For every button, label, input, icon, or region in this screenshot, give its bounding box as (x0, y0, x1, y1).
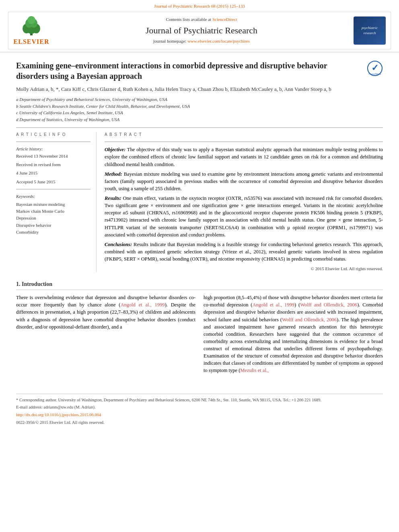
history-label: Article history: (16, 146, 90, 152)
affiliation-d: d Department of Statistics, University o… (16, 117, 119, 122)
homepage-link[interactable]: www.elsevier.com/locate/psychires (187, 39, 250, 43)
abstract-section: A B S T R A C T Objective: The objective… (105, 132, 383, 272)
footnote-email: E-mail address: adrianm@uw.edu (M. Adria… (16, 405, 383, 411)
article-info-abstract: A R T I C L E I N F O Article history: R… (16, 132, 383, 272)
ref-wolff-2006[interactable]: Wolff and Ollendick, 2006 (300, 302, 357, 308)
abstract-results: Results: One main effect, variants in th… (105, 195, 383, 238)
article-info-label: A R T I C L E I N F O (16, 132, 90, 138)
intro-right-col: high proportion (8,5–45,4%) of those wit… (204, 294, 383, 377)
article-history: Article history: Received 13 November 20… (16, 146, 90, 185)
keywords-label: Keywords: (16, 193, 90, 199)
sciencedirect-link[interactable]: ScienceDirect (212, 17, 237, 22)
keywords-section: Keywords: Bayesian mixture modeling Mark… (16, 193, 90, 235)
svg-text:✓: ✓ (371, 63, 378, 73)
doi-line: http://dx.doi.org/10.1016/j.jpsychires.2… (16, 412, 383, 418)
footnote-corresponding: * Corresponding author. University of Wa… (16, 397, 383, 403)
divider-keywords (16, 189, 90, 189)
article-title: Examining gene–environment interactions … (16, 60, 359, 81)
keyword-4: Disruptive behavior (16, 222, 90, 228)
article-content: Examining gene–environment interactions … (0, 52, 399, 386)
article-footer: * Corresponding author. University of Wa… (16, 394, 383, 426)
keyword-1: Bayesian mixture modeling (16, 201, 90, 207)
psych-research-logo: psychiatric research (354, 16, 386, 45)
intro-para-1: There is overwhelming evidence that depr… (16, 294, 195, 331)
sciencedirect-line: Contents lists available at ScienceDirec… (49, 16, 354, 23)
journal-title-header: Journal of Psychiatric Research (49, 25, 354, 37)
affiliation-c: c University of California Los Angeles, … (16, 110, 123, 115)
keyword-5: Comorbidity (16, 229, 90, 235)
doi-link[interactable]: http://dx.doi.org/10.1016/j.jpsychires.2… (16, 413, 101, 417)
ref-wolff-ollendick[interactable]: Wolff and Ollendick, 2006 (282, 317, 337, 322)
ref-angold-1999-2[interactable]: Angold et al., 1999 (253, 302, 295, 308)
revised-date: 4 June 2015 (16, 170, 90, 176)
affiliation-b: b Seattle Children's Research Institute,… (16, 104, 190, 109)
svg-text:CrossMark: CrossMark (368, 72, 381, 76)
authors-line: Molly Adrian a, b, *, Cara Kiff c, Chris… (16, 85, 383, 93)
copyright-line: © 2015 Elsevier Ltd. All rights reserved… (105, 266, 383, 272)
ref-mezulis[interactable]: Mezulis et al., (240, 368, 269, 373)
keyword-3: Depression (16, 215, 90, 221)
revised-label: Received in revised form (16, 162, 90, 168)
issn-line: 0022-3956/© 2015 Elsevier Ltd. All right… (16, 420, 383, 426)
abstract-method: Method: Bayesian mixture modeling was us… (105, 170, 383, 192)
elsevier-brand-text: ELSEVIER (14, 37, 49, 46)
journal-top-citation: Journal of Psychiatric Research 68 (2015… (8, 3, 391, 9)
divider-abstract (105, 142, 383, 142)
received-date: Received 13 November 2014 (16, 153, 90, 159)
abstract-objective: Objective: The objective of this study w… (105, 146, 383, 168)
abstract-conclusions: Conclusions: Results indicate that Bayes… (105, 241, 383, 263)
keyword-2: Markov chain Monte Carlo (16, 208, 90, 214)
divider-1 (16, 127, 383, 128)
journal-center-info: Contents lists available at ScienceDirec… (49, 16, 354, 45)
elsevier-tree-icon (19, 14, 43, 37)
crossmark-icon: ✓ CrossMark (367, 60, 383, 76)
article-title-section: Examining gene–environment interactions … (16, 60, 383, 81)
svg-point-6 (27, 16, 35, 24)
elsevier-logo: ELSEVIER (13, 14, 49, 46)
introduction-title: 1. Introduction (16, 280, 383, 290)
divider-article-info (16, 142, 90, 142)
intro-para-2: high proportion (8,5–45,4%) of those wit… (204, 294, 383, 374)
intro-left-col: There is overwhelming evidence that depr… (16, 294, 195, 377)
introduction-columns: There is overwhelming evidence that depr… (16, 294, 383, 377)
introduction-section: 1. Introduction There is overwhelming ev… (16, 280, 383, 378)
ref-angold-1999[interactable]: Angold et al., 1999 (120, 302, 165, 308)
affiliations: a Department of Psychiatry and Behaviora… (16, 96, 383, 123)
affiliation-a: a Department of Psychiatry and Behaviora… (16, 97, 167, 102)
accepted-date: Accepted 5 June 2015 (16, 179, 90, 185)
journal-header: Journal of Psychiatric Research 68 (2015… (0, 0, 399, 52)
homepage-line: journal homepage: www.elsevier.com/locat… (49, 38, 354, 44)
article-info-column: A R T I C L E I N F O Article history: R… (16, 132, 97, 272)
abstract-label: A B S T R A C T (105, 132, 383, 138)
